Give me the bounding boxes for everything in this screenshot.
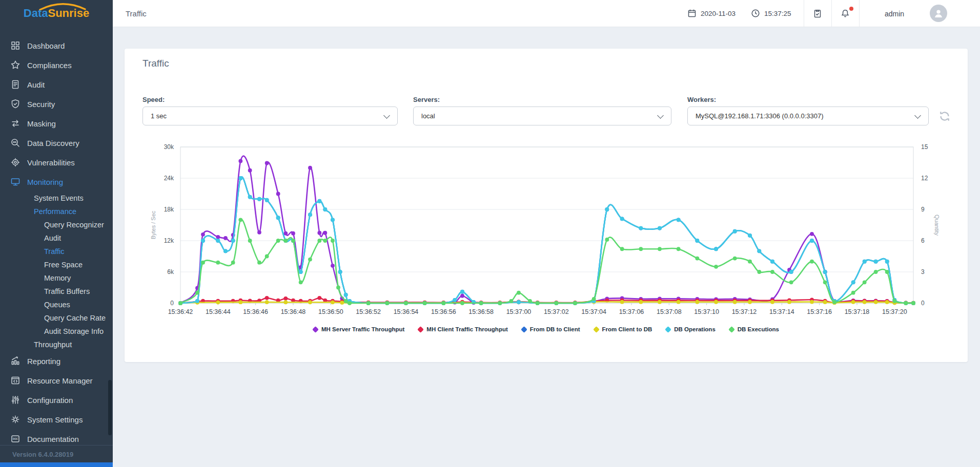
legend-marker-icon	[417, 326, 424, 333]
svg-text:15:37:04: 15:37:04	[581, 308, 606, 315]
sidebar-bottom-strip	[0, 462, 113, 467]
svg-text:15:36:56: 15:36:56	[431, 308, 456, 315]
sidebar-item-query-cache-rate[interactable]: Query Cache Rate	[0, 311, 113, 325]
legend-item-db-operations[interactable]: DB Operations	[666, 326, 716, 332]
masking-arrows-icon	[10, 118, 21, 129]
sidebar-item-throughput[interactable]: Throughput	[0, 338, 113, 351]
sidebar-item-label: System Events	[34, 194, 84, 202]
svg-text:15:37:00: 15:37:00	[506, 308, 532, 315]
sidebar-item-monitoring[interactable]: Monitoring	[0, 172, 113, 192]
sidebar-item-reporting[interactable]: Reporting	[0, 351, 113, 371]
sidebar-item-system-settings[interactable]: System Settings	[0, 410, 113, 429]
legend-item-from-client-to-db[interactable]: From Client to DB	[594, 326, 652, 332]
legend-label: MH Server Traffic Throughput	[321, 326, 404, 332]
refresh-icon[interactable]	[938, 110, 951, 122]
bell-icon[interactable]	[841, 9, 850, 18]
sidebar: DataSunrise DashboardCompliancesAuditSec…	[0, 0, 113, 467]
sidebar-item-label: Memory	[44, 274, 71, 282]
svg-text:15:37:18: 15:37:18	[845, 308, 870, 315]
sidebar-item-security[interactable]: Security	[0, 94, 113, 114]
legend-item-mh-client-traffic-throughput[interactable]: MH Client Traffic Throughput	[418, 326, 507, 332]
clipboard-icon[interactable]	[813, 9, 822, 18]
calendar-icon	[687, 9, 697, 18]
sidebar-item-configuration[interactable]: Configuration	[0, 390, 113, 410]
svg-text:15:37:16: 15:37:16	[807, 308, 832, 315]
sidebar-menu: DashboardCompliancesAuditSecurityMasking…	[0, 27, 113, 449]
sidebar-item-label: Reporting	[27, 357, 60, 366]
svg-text:0: 0	[921, 300, 925, 307]
svg-text:12: 12	[921, 175, 928, 182]
sidebar-item-label: Security	[27, 100, 55, 109]
sidebar-item-audit[interactable]: Audit	[0, 231, 113, 245]
sidebar-item-label: Queues	[44, 301, 70, 309]
svg-text:15:37:10: 15:37:10	[694, 308, 719, 315]
shield-icon	[10, 99, 21, 109]
sidebar-item-dashboard[interactable]: Dashboard	[0, 36, 113, 55]
workers-label: Workers:	[687, 96, 716, 103]
sidebar-scrollbar[interactable]	[108, 380, 112, 435]
sidebar-item-performance[interactable]: Performance	[0, 205, 113, 218]
dashboard-icon	[10, 40, 21, 51]
gear-icon	[10, 414, 21, 424]
sidebar-item-label: Query Recognizer	[44, 221, 104, 229]
sidebar-item-audit-storage-info[interactable]: Audit Storage Info	[0, 325, 113, 338]
servers-label: Servers:	[413, 96, 440, 103]
sidebar-item-data-discovery[interactable]: Data Discovery	[0, 133, 113, 153]
legend-marker-icon	[728, 326, 735, 333]
svg-text:30k: 30k	[164, 143, 174, 151]
page-title: Traffic	[126, 9, 147, 18]
sidebar-item-masking[interactable]: Masking	[0, 114, 113, 133]
chart-canvas: 006k312k618k924k1230k1515:36:4215:36:441…	[125, 141, 968, 323]
legend-label: DB Executions	[738, 326, 779, 332]
sidebar-item-vulnerabilities[interactable]: Vulnerabilities	[0, 153, 113, 172]
workers-value: MySQL@192.168.1.71:3306 (0.0.0.0:3307)	[696, 112, 824, 120]
speed-select[interactable]: 1 sec	[142, 107, 398, 125]
panel-title: Traffic	[142, 58, 169, 69]
legend-marker-icon	[593, 326, 600, 333]
sidebar-item-system-events[interactable]: System Events	[0, 192, 113, 205]
svg-text:15:37:14: 15:37:14	[769, 308, 794, 315]
star-icon	[10, 60, 21, 70]
sidebar-item-label: Traffic Buffers	[44, 287, 90, 295]
sidebar-item-memory[interactable]: Memory	[0, 271, 113, 285]
svg-text:15:37:06: 15:37:06	[619, 308, 644, 315]
sidebar-item-query-recognizer[interactable]: Query Recognizer	[0, 218, 113, 231]
svg-text:15:37:08: 15:37:08	[657, 308, 682, 315]
sidebar-item-label: Configuration	[27, 396, 73, 405]
username[interactable]: admin	[885, 10, 904, 18]
legend-item-from-db-to-client[interactable]: From DB to Client	[522, 326, 580, 332]
svg-text:24k: 24k	[164, 175, 174, 182]
audit-doc-icon	[10, 79, 21, 90]
sidebar-item-traffic-buffers[interactable]: Traffic Buffers	[0, 285, 113, 298]
sidebar-item-audit[interactable]: Audit	[0, 75, 113, 94]
legend-item-mh-server-traffic-throughput[interactable]: MH Server Traffic Throughput	[313, 326, 404, 332]
avatar[interactable]	[930, 5, 947, 22]
svg-text:15:36:46: 15:36:46	[243, 308, 268, 315]
chart-legend: MH Server Traffic ThroughputMH Client Tr…	[125, 326, 968, 332]
svg-text:DOC: DOC	[13, 438, 18, 440]
sidebar-item-label: Audit	[27, 80, 45, 89]
legend-item-db-executions[interactable]: DB Executions	[729, 326, 779, 332]
svg-text:Quantity: Quantity	[934, 215, 940, 236]
sidebar-item-resource-manager[interactable]: Resource Manager	[0, 371, 113, 390]
sidebar-item-label: Performance	[34, 207, 76, 216]
sidebar-item-compliances[interactable]: Compliances	[0, 55, 113, 75]
code-window-icon	[10, 375, 21, 386]
datasunrise-logo[interactable]: DataSunrise	[0, 0, 113, 27]
sidebar-item-label: Dashboard	[27, 41, 65, 50]
sidebar-item-queues[interactable]: Queues	[0, 298, 113, 311]
current-date: 2020-11-03	[701, 10, 736, 17]
sidebar-item-free-space[interactable]: Free Space	[0, 258, 113, 271]
sidebar-item-traffic[interactable]: Traffic	[0, 245, 113, 258]
svg-text:9: 9	[921, 206, 925, 213]
svg-text:15:36:44: 15:36:44	[206, 308, 231, 315]
sidebar-item-label: Monitoring	[27, 178, 63, 186]
servers-select[interactable]: local	[413, 107, 671, 125]
svg-text:6: 6	[921, 237, 925, 244]
legend-marker-icon	[521, 326, 527, 333]
speed-label: Speed:	[142, 96, 165, 103]
svg-text:0: 0	[170, 300, 174, 307]
workers-select[interactable]: MySQL@192.168.1.71:3306 (0.0.0.0:3307)	[687, 107, 929, 125]
svg-text:15:36:50: 15:36:50	[318, 308, 343, 315]
legend-label: From Client to DB	[602, 326, 652, 332]
